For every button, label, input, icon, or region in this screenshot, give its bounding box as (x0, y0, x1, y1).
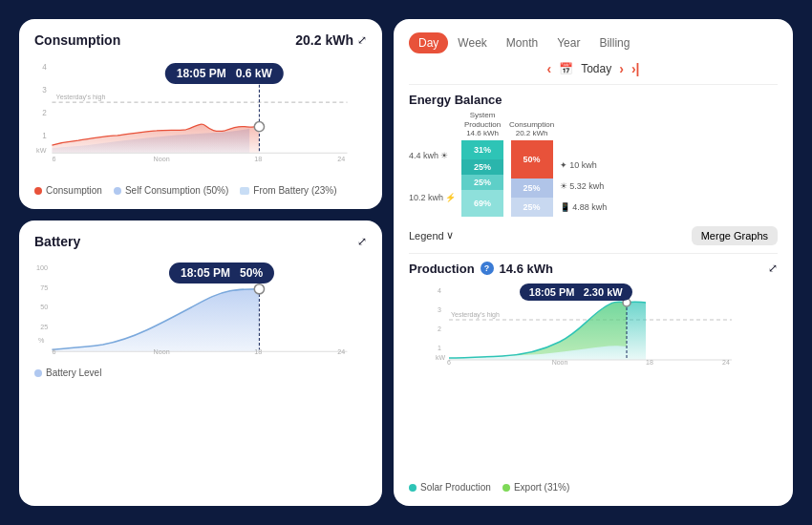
bar-production-bars: 31% 25% 25% 69% (461, 140, 503, 217)
consumption-value: 20.2 kWh (295, 32, 353, 48)
bar-production-label: SystemProduction14.6 kWh (464, 111, 501, 138)
nav-row: ‹ 📅 Today › ›| (409, 61, 778, 76)
svg-text:6: 6 (52, 348, 55, 354)
svg-text:50: 50 (40, 304, 48, 311)
bar-consumption-bars: 50% 25% 25% (511, 140, 553, 217)
bar-seg-25c: 25% (511, 178, 553, 198)
nav-today-label: Today (581, 62, 611, 75)
legend-from-battery-label: From Battery (23%) (253, 185, 336, 196)
consumption-header: Consumption 20.2 kWh ⤢ (34, 32, 367, 48)
svg-text:100: 100 (36, 264, 48, 272)
bar-seg-50: 50% (511, 140, 553, 178)
bar-seg-empty: 69% (461, 190, 503, 217)
legend-self-consumption-dot (114, 187, 121, 195)
legend-export-label: Export (31%) (514, 482, 569, 493)
tab-month[interactable]: Month (497, 32, 547, 53)
svg-text:18: 18 (646, 359, 653, 366)
bar-seg-25d: 25% (511, 198, 553, 217)
legend-from-battery-dot (240, 187, 249, 195)
merge-graphs-button[interactable]: Merge Graphs (692, 226, 778, 245)
consumption-tooltip-separator (229, 67, 232, 80)
svg-point-20 (254, 284, 264, 294)
legend-label: Legend (409, 230, 444, 242)
svg-text:4: 4 (42, 63, 47, 72)
bar-seg-31: 31% (461, 140, 503, 159)
svg-text:1: 1 (42, 132, 47, 140)
production-legend: Solar Production Export (31%) (409, 482, 778, 493)
svg-text:18: 18 (254, 348, 262, 354)
tab-day[interactable]: Day (409, 32, 448, 53)
left-label-2: 10.2 kwh (409, 193, 443, 202)
svg-text:Yesterday's high: Yesterday's high (56, 94, 106, 101)
consumption-chart: 18:05 PM 0.6 kW 4 3 2 1 kW Yesterday's h… (34, 55, 367, 179)
legend-export-dot (502, 484, 510, 492)
production-header: Production ? 14.6 kWh ⤢ (409, 262, 778, 276)
energy-balance-title: Energy Balance (409, 93, 502, 107)
consumption-title: Consumption (34, 32, 120, 48)
right-icon-3: 📱 (560, 202, 570, 212)
right-icon-2: ☀ (560, 181, 567, 191)
battery-expand-icon[interactable]: ⤢ (357, 235, 367, 248)
bar-consumption-label: Consumption20.2 kWh (509, 120, 554, 138)
balance-left-labels: 4.4 kwh ☀ 10.2 kwh ⚡ (409, 121, 456, 217)
tab-year[interactable]: Year (547, 32, 589, 53)
left-label-1: 4.4 kwh (409, 151, 438, 160)
legend-solar-production: Solar Production (409, 482, 491, 493)
svg-text:Yesterday's high: Yesterday's high (451, 311, 500, 319)
svg-text:3: 3 (42, 86, 47, 94)
svg-text:24: 24 (337, 156, 345, 163)
legend-export: Export (31%) (502, 482, 569, 493)
svg-text:24: 24 (337, 348, 345, 354)
legend-battery-level-dot (34, 369, 42, 377)
consumption-legend: Consumption Self Consumption (50%) From … (34, 185, 367, 196)
legend-self-consumption-label: Self Consumption (50%) (125, 185, 228, 196)
battery-legend: Battery Level (34, 368, 367, 378)
tab-billing[interactable]: Billing (589, 32, 639, 53)
consumption-card: Consumption 20.2 kWh ⤢ 18:05 PM 0.6 kW 4… (19, 19, 382, 209)
right-icon-1: ✦ (560, 160, 567, 170)
svg-text:75: 75 (40, 284, 48, 292)
legend-consumption-label: Consumption (46, 185, 102, 196)
svg-text:2: 2 (42, 109, 47, 117)
battery-tooltip: 18:05 PM 50% (169, 262, 274, 284)
battery-card: Battery ⤢ 18:05 PM 50% (19, 220, 382, 506)
legend-battery-level-label: Battery Level (46, 368, 101, 378)
svg-text:%: % (38, 337, 45, 345)
legend-merge-row: Legend ∨ Merge Graphs (409, 226, 778, 245)
legend-consumption-dot (34, 187, 42, 195)
calendar-icon: 📅 (559, 62, 573, 75)
legend-self-consumption: Self Consumption (50%) (114, 185, 228, 196)
tab-week[interactable]: Week (448, 32, 496, 53)
svg-text:18: 18 (254, 156, 262, 163)
svg-text:25: 25 (40, 324, 48, 331)
divider-2 (409, 253, 778, 254)
production-info-icon[interactable]: ? (481, 262, 494, 275)
battery-title: Battery (34, 234, 80, 249)
nav-next-button[interactable]: › (619, 61, 624, 76)
legend-toggle[interactable]: Legend ∨ (409, 229, 454, 242)
bar-seg-25b: 25% (461, 175, 503, 190)
consumption-expand-icon[interactable]: ⤢ (357, 33, 367, 47)
balance-right-labels: ✦10 kwh ☀5.32 kwh 📱4.88 kwh (560, 140, 607, 217)
svg-text:24: 24 (722, 359, 730, 366)
nav-prev-button[interactable]: ‹ (547, 61, 552, 76)
energy-balance-section: Energy Balance 4.4 kwh ☀ 10.2 kwh ⚡ (409, 93, 778, 217)
bar-seg-25a: 25% (461, 159, 503, 175)
consumption-tooltip: 18:05 PM 0.6 kW (165, 63, 284, 84)
svg-text:2: 2 (438, 326, 441, 332)
energy-balance-chart: 4.4 kwh ☀ 10.2 kwh ⚡ SystemProduction14.… (409, 111, 778, 217)
production-section: Production ? 14.6 kWh ⤢ 18:05 PM 2.30 kW (409, 262, 778, 493)
production-title: Production (409, 262, 475, 276)
svg-point-8 (254, 122, 264, 132)
tab-bar: Day Week Month Year Billing (409, 32, 778, 53)
svg-text:Noon: Noon (154, 156, 170, 163)
svg-text:3: 3 (438, 306, 441, 313)
nav-last-button[interactable]: ›| (631, 61, 640, 76)
divider-1 (409, 84, 778, 85)
production-expand-icon[interactable]: ⤢ (768, 262, 778, 275)
svg-text:kW: kW (436, 354, 446, 361)
bar-production: SystemProduction14.6 kWh 31% 25% 25% 69% (461, 111, 503, 217)
legend-consumption: Consumption (34, 185, 102, 196)
bar-consumption: Consumption20.2 kWh 50% 25% 25% (509, 120, 554, 217)
svg-text:kW: kW (36, 147, 47, 155)
